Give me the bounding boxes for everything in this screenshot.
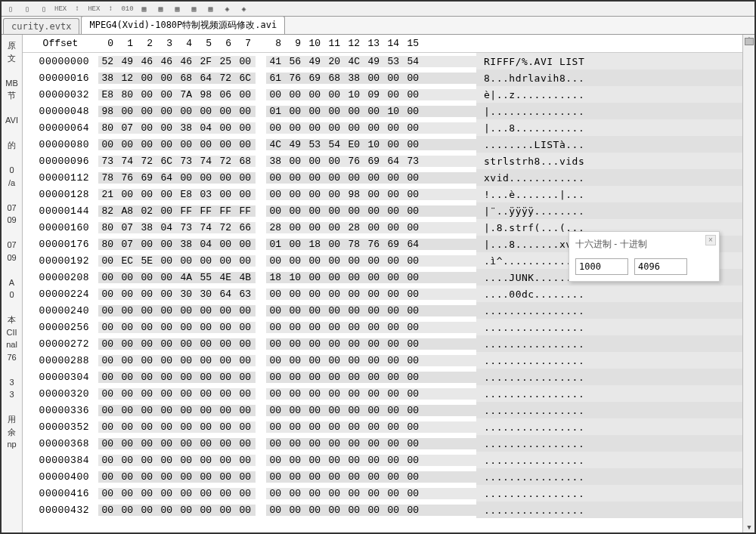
ascii-cell[interactable]: 8...hdrlavih8... <box>476 69 742 86</box>
hex-byte[interactable]: 20 <box>325 56 345 67</box>
hex-byte[interactable]: 00 <box>364 106 384 117</box>
hex-byte[interactable]: 38 <box>98 73 118 84</box>
ascii-cell[interactable]: ........LISTà... <box>476 136 742 153</box>
hex-byte[interactable]: 00 <box>266 172 286 184</box>
hex-byte[interactable]: 00 <box>305 421 325 433</box>
hex-byte[interactable]: 00 <box>138 272 157 283</box>
hex-rows[interactable]: 0000000052494646462F2500415649204C495354… <box>23 53 742 532</box>
ascii-cell[interactable]: |............... <box>476 103 742 119</box>
hex-byte[interactable]: 00 <box>157 289 177 300</box>
hex-byte[interactable]: 00 <box>384 122 404 134</box>
hex-byte[interactable]: 00 <box>177 455 197 466</box>
hex-byte[interactable]: 00 <box>325 239 345 250</box>
hex-byte[interactable]: 2F <box>197 56 216 67</box>
hex-byte[interactable]: 00 <box>266 289 286 300</box>
hex-byte[interactable]: 00 <box>157 239 177 250</box>
hex-bytes[interactable]: 00000000303064630000000000000000 <box>98 289 476 300</box>
hex-byte[interactable]: 00 <box>325 405 345 416</box>
hex-byte[interactable]: 00 <box>157 89 177 100</box>
hex-bytes[interactable]: 00000000000000000000000000000000 <box>98 305 476 316</box>
hex-byte[interactable]: 00 <box>266 388 286 400</box>
hex-byte[interactable]: 00 <box>305 438 325 449</box>
hex-byte[interactable]: 00 <box>305 156 325 167</box>
hex-byte[interactable]: 00 <box>286 172 305 184</box>
hex-byte[interactable]: 76 <box>364 239 384 250</box>
hex-byte[interactable]: 00 <box>197 372 216 383</box>
hex-byte[interactable]: 82 <box>98 205 118 217</box>
hex-byte[interactable]: 00 <box>138 421 157 433</box>
ascii-cell[interactable]: ................ <box>476 485 742 502</box>
hex-byte[interactable]: 00 <box>305 505 325 516</box>
hex-byte[interactable]: 04 <box>197 122 216 134</box>
hex-bytes[interactable]: 00EC5E00000000000000000000000000 <box>98 255 476 267</box>
hex-byte[interactable]: 00 <box>138 438 157 449</box>
hex-byte[interactable]: 00 <box>157 73 177 84</box>
hex-byte[interactable]: FF <box>216 205 236 217</box>
hex-byte[interactable]: 00 <box>197 488 216 499</box>
hex-byte[interactable]: 00 <box>118 289 138 300</box>
hex-row[interactable]: 0000024000000000000000000000000000000000… <box>23 302 742 319</box>
ascii-cell[interactable]: ................ <box>476 369 742 385</box>
hex-byte[interactable]: 00 <box>216 322 236 333</box>
hex-byte[interactable]: 00 <box>384 355 404 366</box>
hex-byte[interactable]: 00 <box>404 372 423 383</box>
hex-byte[interactable]: 00 <box>157 405 177 416</box>
hex-byte[interactable]: 00 <box>384 305 404 316</box>
hex-byte[interactable]: 00 <box>236 338 256 350</box>
hex-byte[interactable]: 00 <box>236 471 256 483</box>
hex-byte[interactable]: 00 <box>138 305 157 316</box>
hex-byte[interactable]: 00 <box>345 272 364 283</box>
hex-byte[interactable]: 00 <box>384 471 404 483</box>
hex-byte[interactable]: 00 <box>364 73 384 84</box>
hex-byte[interactable]: 68 <box>236 156 256 167</box>
hex-byte[interactable]: 06 <box>216 89 236 100</box>
hex-byte[interactable]: 00 <box>216 122 236 134</box>
hex-row[interactable]: 0000011278766964000000000000000000000000… <box>23 169 742 186</box>
hex-byte[interactable]: 00 <box>98 289 118 300</box>
hex-byte[interactable]: 00 <box>266 305 286 316</box>
hex-bytes[interactable]: 78766964000000000000000000000000 <box>98 172 476 184</box>
hex-byte[interactable]: 00 <box>118 488 138 499</box>
hex-byte[interactable]: 00 <box>98 322 118 333</box>
hex-byte[interactable]: 00 <box>177 172 197 184</box>
hex-byte[interactable]: 00 <box>325 89 345 100</box>
hex-byte[interactable]: 00 <box>118 338 138 350</box>
hex-byte[interactable]: 00 <box>384 421 404 433</box>
hex-byte[interactable]: 00 <box>98 338 118 350</box>
hex-byte[interactable]: 00 <box>345 122 364 134</box>
hex-byte[interactable]: 00 <box>364 272 384 283</box>
hex-byte[interactable]: 74 <box>197 222 216 233</box>
hex-byte[interactable]: 00 <box>236 455 256 466</box>
hex-byte[interactable]: 80 <box>98 222 118 233</box>
hex-byte[interactable]: 00 <box>364 172 384 184</box>
hex-byte[interactable]: 00 <box>305 272 325 283</box>
hex-byte[interactable]: 00 <box>384 172 404 184</box>
hex-byte[interactable]: 00 <box>266 189 286 200</box>
hex-byte[interactable]: 66 <box>236 222 256 233</box>
hex-byte[interactable]: 00 <box>364 388 384 400</box>
hex-byte[interactable]: 49 <box>305 56 325 67</box>
tool-icon[interactable]: ▯ <box>5 3 17 15</box>
hex-byte[interactable]: 00 <box>157 421 177 433</box>
hex-byte[interactable]: 4C <box>345 56 364 67</box>
hex-byte[interactable]: 12 <box>118 73 138 84</box>
hex-byte[interactable]: 00 <box>177 438 197 449</box>
hex-row[interactable]: 0000030400000000000000000000000000000000… <box>23 369 742 385</box>
hex-byte[interactable]: 00 <box>404 405 423 416</box>
dec-value-input[interactable] <box>634 258 687 275</box>
vertical-scrollbar[interactable]: ▲ ▼ <box>742 35 754 532</box>
hex-byte[interactable]: 64 <box>384 156 404 167</box>
hex-byte[interactable]: 00 <box>325 338 345 350</box>
hex-byte[interactable]: 00 <box>216 106 236 117</box>
hex-byte[interactable]: 00 <box>384 139 404 150</box>
hex-byte[interactable]: 00 <box>157 189 177 200</box>
hex-byte[interactable]: 00 <box>384 438 404 449</box>
hex-byte[interactable]: 00 <box>236 488 256 499</box>
hex-byte[interactable]: 00 <box>216 139 236 150</box>
hex-byte[interactable]: 00 <box>404 255 423 267</box>
ascii-cell[interactable]: ................ <box>476 319 742 335</box>
hex-byte[interactable]: E8 <box>177 189 197 200</box>
ascii-cell[interactable]: è|..z........... <box>476 86 742 103</box>
hex-byte[interactable]: 00 <box>197 471 216 483</box>
ascii-cell[interactable]: ................ <box>476 452 742 468</box>
